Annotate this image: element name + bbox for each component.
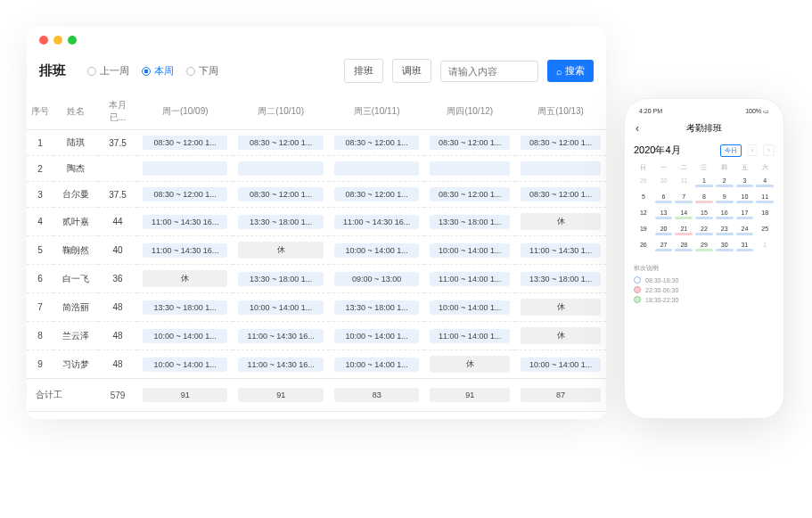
shift-cell[interactable] <box>430 161 510 176</box>
calendar-day[interactable]: 10 <box>735 192 755 207</box>
calendar-day[interactable]: 1 <box>694 176 714 191</box>
close-icon[interactable] <box>39 36 48 45</box>
shift-cell[interactable]: 13:30 ~ 18:00 1... <box>238 215 323 229</box>
radio-this-week[interactable]: 本周 <box>136 62 179 79</box>
calendar-day[interactable]: 12 <box>634 208 653 223</box>
calendar-day[interactable]: 17 <box>735 208 755 223</box>
shift-cell[interactable]: 08:30 ~ 12:00 1... <box>143 136 227 150</box>
calendar-day[interactable]: 29 <box>694 240 714 255</box>
calendar-day[interactable]: 22 <box>694 224 714 239</box>
shift-cell[interactable]: 10:00 ~ 14:00 1... <box>334 329 419 343</box>
shift-cell[interactable]: 11:00 ~ 14:30 16... <box>334 215 419 229</box>
shift-cell[interactable]: 08:30 ~ 12:00 1... <box>521 136 601 150</box>
schedule-button[interactable]: 排班 <box>344 59 383 83</box>
maximize-icon[interactable] <box>68 36 77 45</box>
search-input[interactable] <box>440 61 538 82</box>
calendar-day[interactable]: 20 <box>654 224 674 239</box>
shift-cell[interactable]: 13:30 ~ 18:00 1... <box>334 300 419 315</box>
calendar-day[interactable]: 30 <box>715 240 734 255</box>
shift-cell[interactable]: 10:00 ~ 14:00 1... <box>238 300 323 315</box>
shift-cell[interactable]: 10:00 ~ 14:00 1... <box>143 329 227 343</box>
shift-cell[interactable] <box>238 161 323 176</box>
shift-cell[interactable] <box>521 161 601 176</box>
calendar-day[interactable]: 2 <box>715 176 734 191</box>
shift-cell[interactable]: 11:00 ~ 14:30 16... <box>143 243 227 258</box>
shift-cell[interactable]: 10:00 ~ 14:00 1... <box>334 358 419 372</box>
shift-cell[interactable]: 10:00 ~ 14:00 1... <box>430 300 510 315</box>
calendar-day[interactable]: 28 <box>674 240 693 255</box>
shift-cell[interactable]: 13:30 ~ 18:00 1... <box>143 300 227 315</box>
summary-row: 合计工5799191839187 <box>27 379 606 412</box>
calendar-day[interactable]: 31 <box>674 176 693 191</box>
shift-cell[interactable]: 08:30 ~ 12:00 1... <box>238 136 323 150</box>
calendar-day[interactable]: 24 <box>735 224 755 239</box>
calendar-day[interactable]: 7 <box>674 192 693 207</box>
calendar-day[interactable]: 8 <box>694 192 714 207</box>
shift-cell[interactable]: 08:30 ~ 12:00 1... <box>143 187 227 201</box>
shift-cell[interactable]: 08:30 ~ 12:00 1... <box>334 136 419 150</box>
shift-cell[interactable]: 13:30 ~ 18:00 1... <box>430 215 510 229</box>
calendar-day[interactable]: 6 <box>654 192 674 207</box>
shift-cell[interactable]: 10:00 ~ 14:00 1... <box>430 243 510 258</box>
shift-cell[interactable]: 08:30 ~ 12:00 1... <box>430 136 510 150</box>
calendar-day[interactable]: 11 <box>755 192 775 207</box>
shift-cell[interactable]: 10:00 ~ 14:00 1... <box>334 243 419 258</box>
calendar-day[interactable]: 19 <box>634 224 653 239</box>
calendar-day[interactable]: 14 <box>674 208 693 223</box>
legend-dot-icon <box>634 296 641 303</box>
shift-cell[interactable]: 11:00 ~ 14:30 16... <box>238 329 323 343</box>
calendar-day[interactable]: 1 <box>755 240 775 255</box>
shift-cell[interactable]: 08:30 ~ 12:00 1... <box>430 187 510 201</box>
calendar-day[interactable]: 26 <box>634 240 653 255</box>
adjust-button[interactable]: 调班 <box>392 59 431 83</box>
shift-cell[interactable]: 休 <box>143 270 227 287</box>
today-button[interactable]: 今日 <box>720 144 742 157</box>
next-month-icon[interactable]: › <box>763 144 775 156</box>
calendar-day[interactable]: 30 <box>654 176 674 191</box>
radio-prev-week[interactable]: 上一周 <box>82 62 135 79</box>
prev-month-icon[interactable]: ‹ <box>747 144 759 156</box>
calendar-day[interactable]: 21 <box>674 224 693 239</box>
shift-cell[interactable]: 10:00 ~ 14:00 1... <box>143 358 227 372</box>
shift-cell[interactable] <box>334 161 419 176</box>
shift-cell[interactable]: 13:30 ~ 18:00 1... <box>238 272 323 286</box>
summary-cell: 91 <box>430 388 510 402</box>
calendar-day[interactable]: 5 <box>634 192 653 207</box>
shift-cell[interactable]: 08:30 ~ 12:00 1... <box>334 187 419 201</box>
shift-cell[interactable]: 10:00 ~ 14:00 1... <box>521 358 601 372</box>
calendar-day[interactable]: 25 <box>755 224 775 239</box>
weekday-label: 二 <box>674 160 693 175</box>
search-button[interactable]: ⌕搜索 <box>547 60 594 82</box>
calendar-day[interactable]: 15 <box>694 208 714 223</box>
minimize-icon[interactable] <box>53 36 62 45</box>
calendar-day[interactable]: 31 <box>735 240 755 255</box>
calendar-day[interactable]: 4 <box>755 176 775 191</box>
shift-cell[interactable]: 11:00 ~ 14:30 16... <box>238 358 323 372</box>
shift-cell[interactable]: 休 <box>521 327 601 344</box>
shift-cell[interactable]: 08:30 ~ 12:00 1... <box>521 187 601 201</box>
calendar-day[interactable]: 29 <box>634 176 653 191</box>
radio-next-week[interactable]: 下周 <box>181 62 224 79</box>
shift-cell[interactable]: 09:00 ~ 13:00 <box>334 272 419 286</box>
calendar-day[interactable]: 16 <box>715 208 734 223</box>
shift-cell[interactable]: 11:00 ~ 14:00 1... <box>430 329 510 343</box>
shift-cell[interactable]: 08:30 ~ 12:00 1... <box>238 187 323 201</box>
back-icon[interactable]: ‹ <box>636 122 639 135</box>
shift-cell[interactable]: 11:00 ~ 14:30 1... <box>521 243 601 258</box>
calendar-day[interactable]: 23 <box>715 224 734 239</box>
calendar-day[interactable]: 13 <box>654 208 674 223</box>
toolbar: 排班 上一周 本周 下周 排班 调班 ⌕搜索 <box>27 53 606 94</box>
shift-cell[interactable]: 11:00 ~ 14:00 1... <box>430 272 510 286</box>
shift-cell[interactable]: 11:00 ~ 14:30 16... <box>143 215 227 229</box>
shift-cell[interactable] <box>143 161 227 176</box>
employee-name: 习访梦 <box>53 350 98 379</box>
calendar-day[interactable]: 3 <box>735 176 755 191</box>
calendar-day[interactable]: 27 <box>654 240 674 255</box>
shift-cell[interactable]: 休 <box>521 299 601 316</box>
calendar-day[interactable]: 18 <box>755 208 775 223</box>
shift-cell[interactable]: 休 <box>238 242 323 259</box>
shift-cell[interactable]: 休 <box>521 213 601 230</box>
shift-cell[interactable]: 休 <box>430 356 510 373</box>
calendar-day[interactable]: 9 <box>715 192 734 207</box>
shift-cell[interactable]: 13:30 ~ 18:00 1... <box>521 272 601 286</box>
